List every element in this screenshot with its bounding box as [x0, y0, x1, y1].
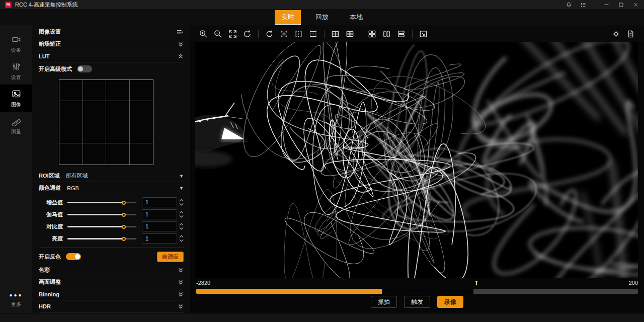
lut-curve-grid[interactable] [59, 79, 153, 165]
gamma-slider-row: 伽马值 [39, 208, 184, 220]
brightness-input[interactable] [142, 233, 177, 244]
gamma-stepper[interactable] [179, 211, 184, 218]
gain-slider-row: 增益值 [39, 196, 184, 208]
advanced-mode-row: 开启高级模式 [39, 62, 184, 75]
sidebar-item-settings[interactable]: 设置 [0, 57, 32, 85]
live-view-image [195, 42, 638, 278]
minimize-icon[interactable] [603, 2, 610, 8]
collapse-panel-icon[interactable] [177, 29, 184, 35]
tab-realtime[interactable]: 实时 [275, 10, 301, 24]
snapshot-button[interactable]: 抓拍 [371, 296, 397, 308]
sidebar-rail: 设备 设置 图像 测量 ●●● 更多 [0, 25, 32, 313]
record-timeline: -2820 T 200 [190, 280, 644, 294]
invert-row: 开启反色 自适应 [39, 249, 184, 264]
contrast-stepper[interactable] [179, 223, 184, 230]
chevron-double-up-icon [178, 53, 184, 59]
sidebar-item-image[interactable]: 图像 [0, 85, 32, 112]
app-logo-icon [5, 2, 12, 8]
chevron-double-down-icon [178, 267, 184, 273]
timeline-bar[interactable] [196, 289, 638, 294]
split-horizontal-icon[interactable] [394, 27, 409, 40]
tab-playback[interactable]: 回放 [309, 10, 335, 24]
flip-vertical-icon[interactable] [306, 27, 320, 40]
sidebar-divider [6, 286, 26, 286]
toolbar-separator [412, 30, 413, 38]
chevron-down-icon: ▼ [179, 186, 184, 191]
contrast-slider[interactable] [67, 223, 136, 229]
sidebar-item-device[interactable]: 设备 [0, 30, 32, 57]
brightness-slider[interactable] [67, 235, 136, 242]
image-settings-panel: 图像设置 暗场矫正 LUT 开启高级模式 ROI区域 所有区域 ▼ [32, 25, 190, 313]
channel-select-row[interactable]: 颜色通道 RGB ▼ [39, 182, 184, 194]
chevron-double-down-icon [178, 291, 184, 297]
capture-controls: 抓拍 触发 录像 [190, 296, 644, 308]
section-color[interactable]: 色彩 [39, 264, 184, 276]
record-button[interactable]: 录像 [437, 296, 463, 308]
invert-toggle[interactable] [66, 253, 81, 260]
channel-select-value: RGB [67, 185, 79, 191]
timeline-fill [196, 289, 382, 294]
panel-header: 图像设置 [39, 26, 184, 38]
sidebar-item-measure[interactable]: 测量 [0, 112, 32, 139]
section-dark-field[interactable]: 暗场矫正 [39, 38, 184, 50]
ruler-icon [11, 116, 22, 126]
menu-list-icon[interactable] [580, 2, 587, 8]
main-view-area: -2820 T 200 抓拍 触发 录像 [190, 25, 644, 313]
settings-gear-icon[interactable] [609, 27, 623, 40]
viewer-toolbar [190, 25, 644, 42]
panel-title: 图像设置 [39, 28, 61, 36]
app-window: RCC 4-高速采集控制系统 实时 回放 本地 设备 设置 图像 [0, 0, 644, 322]
brightness-stepper[interactable] [179, 235, 184, 242]
roi-select-value: 所有区域 [66, 172, 88, 180]
close-icon[interactable] [632, 2, 639, 8]
trigger-marker[interactable]: T [475, 280, 478, 286]
fit-view-icon[interactable] [225, 27, 240, 40]
toolbar-separator [361, 30, 361, 38]
grid-cross-icon[interactable] [343, 27, 357, 40]
window-title: RCC 4-高速采集控制系统 [15, 1, 78, 9]
timeline-start-label: -2820 [196, 280, 210, 288]
gain-input[interactable] [142, 197, 177, 207]
file-info-icon[interactable] [623, 27, 638, 40]
quad-view-icon[interactable] [365, 27, 379, 40]
gain-slider[interactable] [67, 199, 136, 205]
mode-tabs: 实时 回放 本地 [0, 9, 644, 25]
chevron-double-down-icon [178, 41, 184, 47]
split-vertical-icon[interactable] [379, 27, 394, 40]
tab-local[interactable]: 本地 [343, 10, 369, 24]
roi-select-row[interactable]: ROI区域 所有区域 ▼ [39, 170, 184, 182]
contrast-slider-row: 对比度 [39, 220, 184, 232]
chevron-down-icon: ▼ [179, 174, 184, 179]
gamma-input[interactable] [142, 209, 177, 219]
grid-2x2-icon[interactable] [328, 27, 343, 40]
sidebar-more[interactable]: ●●● 更多 [0, 286, 32, 313]
rotate-icon[interactable] [262, 27, 277, 40]
advanced-mode-toggle[interactable] [77, 65, 92, 72]
section-hdr[interactable]: HDR [39, 300, 184, 312]
flip-horizontal-icon[interactable] [291, 27, 306, 40]
timeline-remainder [473, 289, 638, 294]
contrast-input[interactable] [142, 221, 177, 231]
gain-stepper[interactable] [179, 199, 184, 206]
gamma-slider[interactable] [67, 211, 136, 217]
zoom-out-icon[interactable] [211, 27, 225, 40]
image-icon [11, 89, 22, 99]
maximize-icon[interactable] [618, 2, 624, 8]
adaptive-button[interactable]: 自适应 [157, 252, 184, 262]
bell-icon[interactable] [566, 2, 572, 8]
chevron-double-down-icon [178, 279, 184, 285]
titlebar-separator [595, 2, 595, 8]
reset-view-icon[interactable] [240, 27, 255, 40]
section-lut[interactable]: LUT [39, 50, 184, 62]
center-target-icon[interactable] [277, 27, 291, 40]
toolbar-separator [258, 30, 259, 38]
panel-divider [39, 248, 184, 248]
section-picture-adjust[interactable]: 画面调整 [39, 276, 184, 288]
swap-view-icon[interactable] [416, 27, 431, 40]
zoom-in-icon[interactable] [196, 27, 211, 40]
section-binning[interactable]: Binning [39, 288, 184, 300]
title-bar: RCC 4-高速采集控制系统 [0, 0, 644, 9]
toolbar-separator [324, 30, 325, 38]
trigger-button[interactable]: 触发 [404, 296, 430, 308]
live-view[interactable] [195, 42, 638, 278]
